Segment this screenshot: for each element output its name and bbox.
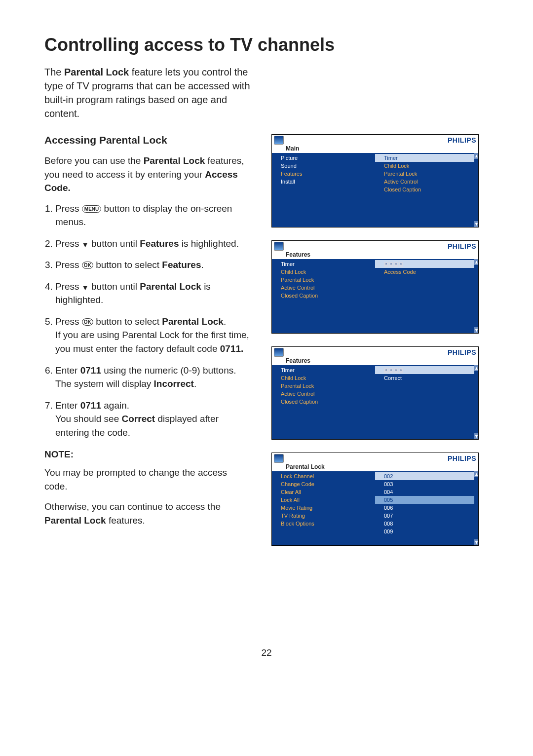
tv-menu-title: Parental Lock [272,463,478,471]
t: Press [55,238,82,249]
intro-pre: The [44,67,64,77]
tv-brand: PHILIPS [448,242,476,250]
note-2: Otherwise, you can continue to access th… [44,500,252,527]
tv-menu-title: Main [272,145,478,153]
down-arrow-icon: ▼ [82,284,89,292]
code-digit: * [389,262,393,267]
tv-logo-icon [274,136,284,145]
tv-screenshot-parental-lock: PHILIPS Parental Lock Lock Channel Chang… [271,453,479,546]
scroll-down-icon: ▼ [474,327,478,333]
menu-item: Active Control [272,284,375,292]
channel-item: 008 [375,520,478,528]
t: Parental Lock [144,155,205,166]
tv-brand: PHILIPS [448,136,476,144]
tv-screenshot-main: PHILIPS Main Picture Sound Features Inst… [271,134,479,227]
menu-left: Picture Sound Features Install [272,153,375,227]
menu-item: Closed Caption [272,292,375,300]
menu-left: Timer Child Lock Parental Lock Active Co… [272,259,375,333]
menu-item: Picture [272,154,375,162]
step-2: Press ▼ button until Features is highlig… [55,237,252,251]
page-number: 22 [44,647,489,658]
intro-bold: Parental Lock [64,67,129,77]
menu-item: Access Code [375,268,478,276]
menu-item: Clear All [272,488,375,496]
menu-item: TV Rating [272,512,375,520]
menu-item: Timer [272,366,375,374]
note-label: NOTE: [44,449,252,460]
menu-item: Child Lock [272,374,375,382]
menu-item: Active Control [375,178,478,186]
menu-item: Movie Rating [272,504,375,512]
t: 0711 [80,400,101,411]
intro2: Before you can use the Parental Lock fea… [44,154,252,195]
menu-right: * * * * Access Code [375,259,478,333]
t: Parental Lock [140,281,201,292]
channel-item: 002 [375,472,478,480]
code-digit: * [384,262,388,267]
scrollbar: ▲ ▼ [474,471,478,545]
t: Press [55,260,82,270]
menu-item: Closed Caption [375,186,478,193]
menu-item: Parental Lock [272,382,375,390]
t: Correct [122,414,155,424]
menu-item: Install [272,178,375,186]
ok-button-icon: OK [82,262,93,269]
scroll-up-icon: ▲ [474,153,478,159]
t: Features [162,260,201,270]
scroll-down-icon: ▼ [474,433,478,439]
step-6: Enter 0711 using the numeric (0-9) butto… [55,364,252,391]
scroll-down-icon: ▼ [474,539,478,545]
t: . [224,316,226,327]
t: You should see [55,414,122,424]
t: . [194,378,196,389]
menu-item: Timer [272,260,375,268]
menu-item: Child Lock [272,268,375,276]
t: button until [89,281,140,292]
t: button until [89,238,140,249]
tv-logo-icon [274,348,284,357]
tv-logo-icon [274,454,284,463]
menu-left: Timer Child Lock Parental Lock Active Co… [272,365,375,439]
channel-item: 009 [375,528,478,535]
tv-logo-icon [274,242,284,251]
scroll-up-icon: ▲ [474,259,478,265]
status-correct: Correct [375,374,478,382]
t: 0711. [220,343,244,354]
scrollbar: ▲ ▼ [474,153,478,227]
code-digit: * [394,262,398,267]
sub-heading: Accessing Parental Lock [44,134,252,146]
down-arrow-icon: ▼ [82,241,89,249]
menu-item: Child Lock [375,162,478,170]
t: Enter [55,365,80,376]
channel-item: 007 [375,512,478,520]
scrollbar: ▲ ▼ [474,365,478,439]
menu-item: Parental Lock [272,276,375,284]
code-digit: * [399,368,403,373]
t: Incorrect [154,378,194,389]
menu-button-icon: MENU [82,205,101,213]
menu-item-highlight: Timer [375,154,478,162]
menu-right: * * * * Correct [375,365,478,439]
t: Press [55,316,82,327]
steps-list: Press MENU button to display the on-scre… [44,202,252,440]
menu-item: Lock All [272,496,375,504]
code-digit: * [394,368,398,373]
tv-brand: PHILIPS [448,454,476,462]
ok-button-icon: OK [82,318,93,326]
step-3: Press OK button to select Features. [55,258,252,272]
channel-item-selected: 005 [375,496,478,504]
page-heading: Controlling access to TV channels [44,35,489,55]
t: Before you can use the [44,155,144,166]
tv-menu-title: Features [272,357,478,365]
t: Otherwise, you can continue to access th… [44,501,221,512]
t: Press [55,281,82,292]
code-digit: * [384,368,388,373]
t: . [201,260,203,270]
scroll-down-icon: ▼ [474,221,478,227]
menu-right: 002 003 004 005 006 007 008 009 [375,471,478,545]
menu-item: Block Options [272,520,375,528]
menu-item: Parental Lock [375,170,478,178]
menu-left: Lock Channel Change Code Clear All Lock … [272,471,375,545]
scroll-up-icon: ▲ [474,365,478,371]
t: Features [140,238,179,249]
